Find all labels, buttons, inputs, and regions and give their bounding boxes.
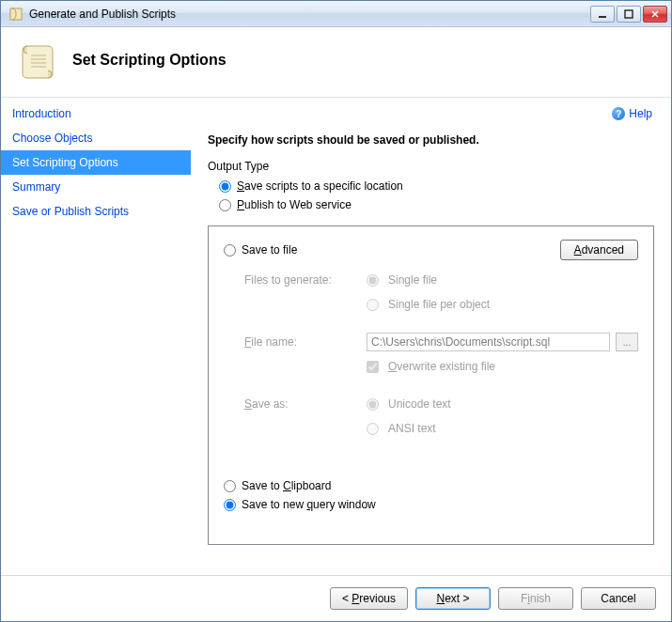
wizard-header: Set Scripting Options: [1, 27, 671, 98]
advanced-button[interactable]: Advanced: [560, 240, 638, 260]
radio-unicode-input: [367, 398, 379, 411]
filename-label: File name:: [244, 335, 367, 349]
filename-input: [367, 333, 610, 351]
radio-single-file-per-object-input: [367, 299, 379, 311]
radio-unicode: Unicode text: [367, 395, 451, 413]
radio-single-file-label: Single file: [388, 273, 437, 287]
checkbox-overwrite-input: [367, 361, 379, 373]
radio-ansi-input: [367, 423, 379, 435]
help-link[interactable]: ? Help: [612, 107, 652, 120]
maximize-button[interactable]: [617, 6, 641, 23]
radio-publish-web-label: ublish to Web service: [244, 198, 352, 211]
sidebar-item-summary[interactable]: Summary: [1, 175, 191, 199]
sidebar-item-set-scripting-options[interactable]: Set Scripting Options: [1, 150, 191, 175]
help-label: Help: [629, 107, 652, 120]
radio-publish-web[interactable]: Publish to Web service: [219, 195, 654, 214]
instruction-text: Specify how scripts should be saved or p…: [208, 133, 654, 147]
output-type-label: Output Type: [208, 160, 654, 173]
radio-single-file: Single file: [367, 271, 437, 289]
sidebar: Introduction Choose Objects Set Scriptin…: [1, 98, 191, 575]
radio-publish-web-input[interactable]: [219, 199, 231, 211]
output-type-group: Save scripts to a specific location Publ…: [219, 177, 654, 214]
sidebar-item-introduction[interactable]: Introduction: [1, 101, 191, 126]
radio-save-location-input[interactable]: [219, 180, 231, 193]
sidebar-item-save-or-publish[interactable]: Save or Publish Scripts: [1, 199, 191, 224]
wizard-window: Generate and Publish Scripts Set Scripti…: [0, 0, 672, 622]
file-options-group: Files to generate: Single file: [244, 268, 638, 441]
radio-save-to-file-label: Save to file: [242, 243, 297, 257]
svg-rect-2: [625, 10, 633, 18]
radio-save-to-file[interactable]: Save to file: [224, 241, 297, 259]
radio-ansi: ANSI text: [367, 419, 436, 438]
radio-save-to-file-input[interactable]: [224, 244, 236, 257]
radio-save-to-clipboard-label: Save to Clipboard: [242, 479, 331, 492]
radio-save-to-new-query-input[interactable]: [224, 499, 236, 511]
minimize-button[interactable]: [590, 6, 615, 23]
wizard-body: Introduction Choose Objects Set Scriptin…: [1, 98, 671, 575]
radio-single-file-per-object-label: Single file per object: [388, 298, 490, 311]
main-content: ? Help Specify how scripts should be sav…: [191, 98, 671, 575]
radio-save-to-new-query-label: Save to new query window: [242, 498, 376, 511]
radio-unicode-label: Unicode text: [388, 397, 451, 411]
cancel-button[interactable]: Cancel: [581, 587, 656, 610]
previous-button[interactable]: < Previous: [330, 587, 408, 610]
next-button[interactable]: Next >: [415, 587, 491, 610]
window-title: Generate and Publish Scripts: [29, 8, 590, 21]
finish-button: Finish: [498, 587, 573, 610]
wizard-footer: < Previous Next > Finish Cancel: [1, 575, 671, 621]
radio-save-to-clipboard[interactable]: Save to Clipboard: [224, 476, 638, 495]
radio-ansi-label: ANSI text: [388, 422, 436, 435]
dest-group: Save to Clipboard Save to new query wind…: [224, 476, 638, 514]
browse-button: ...: [616, 333, 638, 351]
checkbox-overwrite: Overwrite existing file: [367, 357, 495, 376]
sidebar-item-choose-objects[interactable]: Choose Objects: [1, 126, 191, 150]
window-controls: [590, 6, 667, 23]
scroll-icon: [20, 40, 59, 80]
app-icon: [8, 7, 23, 22]
radio-save-to-new-query[interactable]: Save to new query window: [224, 495, 638, 514]
checkbox-overwrite-label: Overwrite existing file: [388, 360, 495, 373]
page-title: Set Scripting Options: [72, 52, 227, 69]
files-to-generate-label: Files to generate:: [244, 273, 367, 287]
radio-save-to-clipboard-input[interactable]: [224, 480, 236, 492]
svg-rect-1: [599, 16, 606, 18]
help-icon: ?: [612, 107, 625, 120]
radio-save-location-label: ave scripts to a specific location: [244, 179, 403, 193]
save-panel: Save to file Advanced Files to generate:…: [208, 225, 654, 545]
radio-save-location[interactable]: Save scripts to a specific location: [219, 177, 654, 195]
radio-single-file-per-object: Single file per object: [367, 295, 490, 314]
radio-single-file-input: [367, 274, 379, 287]
titlebar: Generate and Publish Scripts: [1, 1, 671, 27]
close-button[interactable]: [643, 6, 667, 23]
save-as-label: Save as:: [244, 397, 367, 411]
